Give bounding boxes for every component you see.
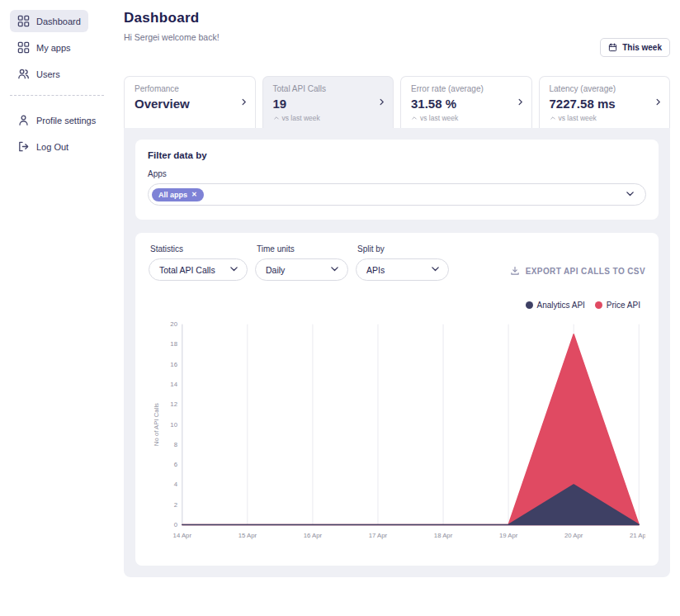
card-value: 7227.58 ms [550,97,649,111]
svg-text:18: 18 [170,340,177,348]
svg-text:4: 4 [174,481,178,488]
sidebar-item-logout[interactable]: Log Out [10,135,76,158]
apps-multiselect[interactable]: All apps ✕ [148,183,646,206]
svg-text:20: 20 [170,320,177,328]
download-icon [510,266,520,276]
svg-text:18 Apr: 18 Apr [434,532,453,539]
filter-panel: Filter data by Apps All apps ✕ [135,140,659,220]
chip-remove-icon[interactable]: ✕ [191,191,197,198]
card-label: Perfomance [135,84,234,93]
sidebar-item-dashboard[interactable]: Dashboard [10,10,88,32]
chevron-down-icon [430,263,441,276]
legend-label: Analytics API [537,301,585,310]
sidebar-item-label: Dashboard [36,17,81,26]
chevron-right-icon [377,95,386,110]
card-label: Total API Calls [273,84,372,93]
sidebar-item-label: Users [36,69,60,79]
card-value: Overview [135,97,234,111]
chevron-down-icon [625,187,635,202]
time-units-value: Daily [266,265,285,275]
statistics-select[interactable]: Total API Calls [149,258,248,281]
svg-text:14: 14 [170,381,177,388]
split-by-value: APIs [366,265,385,275]
split-by-select[interactable]: APIs [356,258,449,281]
chip-label: All apps [158,191,187,199]
api-calls-chart: 02468101214161820No of API Calls14 Apr15… [149,316,645,551]
legend-item: Analytics API [526,301,585,310]
card-value: 31.58 % [411,97,510,111]
statistics-group: Statistics Total API Calls [149,244,248,281]
split-by-group: Split by APIs [356,244,449,281]
apps-field-label: Apps [148,169,646,178]
card-value: 19 [273,97,372,111]
chevron-right-icon [239,95,248,110]
card-trend: vs last week [411,114,510,122]
export-csv-label: EXPORT API CALLS TO CSV [526,267,645,276]
card-trend: vs last week [273,114,372,122]
statistics-panel: Statistics Total API Calls Time units Da… [135,233,659,566]
svg-text:8: 8 [174,441,177,448]
svg-text:16 Apr: 16 Apr [304,532,323,539]
chevron-right-icon [516,95,525,110]
card-label: Latency (average) [550,84,649,93]
sidebar-item-users[interactable]: Users [10,63,68,85]
apps-grid-icon [17,41,30,54]
chevron-down-icon [229,263,239,276]
statistics-label: Statistics [150,244,248,254]
svg-text:14 Apr: 14 Apr [173,532,192,539]
statistics-value: Total API Calls [159,265,215,275]
users-icon [17,68,30,80]
content-shell: Filter data by Apps All apps ✕ Statistic… [124,128,670,577]
logout-icon [17,140,30,153]
this-week-button[interactable]: This week [600,38,670,57]
split-by-label: Split by [357,244,449,254]
chevron-down-icon [329,263,340,276]
svg-text:12: 12 [170,400,177,408]
chart-y-axis-title: No of API Calls [153,403,160,446]
dashboard-grid-icon [17,15,30,27]
app: Dashboard My apps Users Profile settings… [0,0,680,616]
main-content: Dashboard Hi Sergei welcome back! This w… [114,0,680,616]
welcome-text: Hi Sergei welcome back! [124,32,670,42]
sidebar-item-profile-settings[interactable]: Profile settings [10,109,103,131]
svg-text:0: 0 [174,521,177,528]
svg-text:15 Apr: 15 Apr [238,532,257,539]
sidebar-item-my-apps[interactable]: My apps [10,36,78,59]
svg-text:16: 16 [170,361,177,368]
chart-controls: Statistics Total API Calls Time units Da… [149,244,645,281]
card-latency[interactable]: Latency (average) 7227.58 ms vs last wee… [539,76,671,128]
card-trend: vs last week [550,114,649,122]
caret-up-icon [550,115,556,121]
svg-text:6: 6 [174,461,177,468]
legend-dot [526,301,533,309]
caret-up-icon [273,115,280,121]
svg-text:19 Apr: 19 Apr [499,532,518,539]
export-csv-button[interactable]: EXPORT API CALLS TO CSV [510,266,645,281]
card-trend-label: vs last week [559,114,597,122]
time-units-select[interactable]: Daily [255,258,348,281]
page-header: Dashboard Hi Sergei welcome back! This w… [124,0,670,76]
card-label: Error rate (average) [411,84,510,93]
svg-text:20 Apr: 20 Apr [564,532,583,539]
svg-text:2: 2 [174,501,177,509]
chart-y-ticks: 02468101214161820 [170,320,177,528]
card-trend-label: vs last week [420,114,458,122]
sidebar-item-label: My apps [36,43,71,53]
card-total-api-calls[interactable]: Total API Calls 19 vs last week [262,76,394,128]
sidebar-item-label: Log Out [36,142,68,152]
svg-text:21 Apr: 21 Apr [630,532,645,539]
caret-up-icon [411,115,418,121]
time-units-group: Time units Daily [255,244,348,281]
legend-dot [595,301,602,309]
all-apps-chip[interactable]: All apps ✕ [152,188,204,201]
filter-title: Filter data by [148,150,646,160]
page-title: Dashboard [124,10,670,26]
sidebar: Dashboard My apps Users Profile settings… [0,0,114,616]
sidebar-divider [10,95,104,96]
card-performance[interactable]: Perfomance Overview [124,76,256,128]
stat-cards: Perfomance Overview Total API Calls 19 v… [124,76,670,128]
week-button-label: This week [622,43,662,52]
legend-label: Price API [607,301,640,310]
api-calls-chart-svg: 02468101214161820No of API Calls14 Apr15… [149,316,645,551]
card-error-rate[interactable]: Error rate (average) 31.58 % vs last wee… [400,76,532,128]
